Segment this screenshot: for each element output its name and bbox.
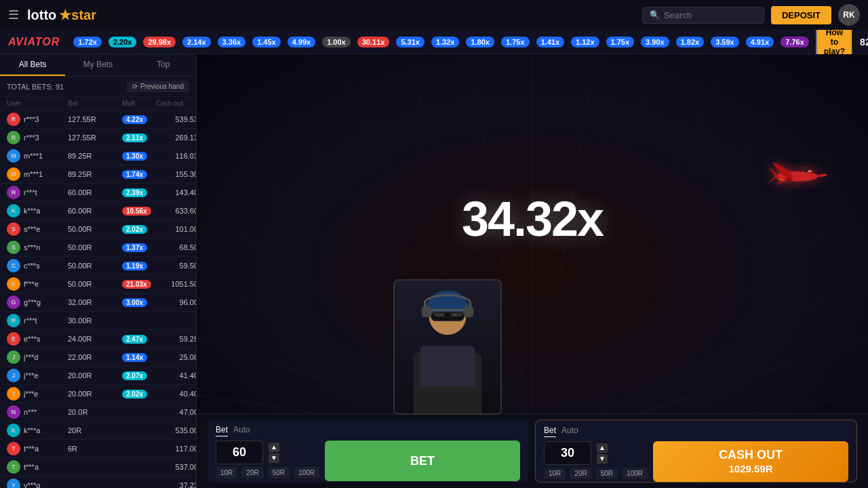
username: t***a (24, 463, 39, 471)
mult-badge-0[interactable]: 1.72x (73, 37, 102, 47)
mult-badge-15[interactable]: 1.75x (606, 37, 635, 47)
panel2-tab-auto[interactable]: Auto (561, 426, 578, 437)
cashout-button[interactable]: CASH OUT 1029.59R (653, 441, 848, 482)
bet-amount-cell: 50.00R (68, 262, 122, 270)
mult-badge-19[interactable]: 4.91x (746, 37, 774, 47)
tab-my-bets[interactable]: My Bets (65, 54, 130, 76)
mult-badge-20[interactable]: 7.76x (781, 37, 809, 47)
history-icon: ⟳ (132, 83, 138, 90)
user-avatar-small: F (7, 277, 20, 291)
user-avatar-small: G (7, 296, 20, 309)
mult-cell: 2.11x (122, 134, 156, 142)
panel1-quick-50[interactable]: 50R (268, 467, 290, 479)
username: c***s (24, 262, 40, 270)
panel2-decrement[interactable]: ▼ (597, 454, 608, 464)
table-row: R r***t 60.00R 2.39x 143.40R (0, 184, 196, 202)
mult-badge-6[interactable]: 4.99x (288, 37, 316, 47)
user-avatar-small: R (7, 113, 20, 126)
tab-all-bets[interactable]: All Bets (0, 54, 65, 76)
hamburger-icon[interactable]: ☰ (8, 7, 19, 22)
top-navigation: ☰ lotto ★star 🔍 DEPOSIT RK (0, 0, 868, 30)
user-cell: J j***e (7, 369, 68, 382)
panel1-increment[interactable]: ▲ (269, 443, 279, 452)
mult-badge-1[interactable]: 2.20x (108, 37, 137, 47)
mult-badge-9[interactable]: 5.31x (396, 37, 425, 47)
mult-badge-5[interactable]: 1.45x (252, 37, 281, 47)
panel1-tab-auto[interactable]: Auto (233, 425, 250, 436)
panel2-increment[interactable]: ▲ (597, 443, 608, 453)
bets-table-header: User Bet Mult Cash out (0, 97, 196, 110)
bet-amount-cell: 20.00R (68, 390, 122, 398)
cashout-amount-label: 1029.59R (728, 463, 772, 475)
user-avatar[interactable]: RK (838, 4, 860, 26)
panel2-bet-row: 30 ▲ ▼ 10R 20R 50R 100R (544, 441, 848, 482)
cashout-cell: 537.00R (156, 463, 196, 471)
mult-cell: 4.22x (122, 115, 156, 123)
bet-amount-cell: 20R (68, 426, 122, 434)
bet-amount-cell: 32.00R (68, 298, 122, 306)
table-row: M m***1 89.25R 1.74x 155.30R (0, 165, 196, 184)
panel1-decrement[interactable]: ▼ (269, 453, 279, 463)
user-cell: Y y***g (7, 479, 68, 488)
mult-cell: 2.07x (122, 371, 156, 380)
mult-badge-14[interactable]: 1.12x (571, 37, 599, 47)
panel1-quick-20[interactable]: 20R (241, 467, 263, 479)
cashout-cell: 155.30R (156, 170, 196, 178)
panel2-quick-20[interactable]: 20R (570, 468, 591, 479)
search-bar[interactable]: 🔍 (642, 7, 764, 24)
cashout-cell: 59.28R (156, 335, 196, 343)
user-avatar-small: S (7, 222, 20, 236)
username: t***a (24, 445, 39, 453)
search-input[interactable] (664, 10, 757, 20)
cashout-cell: 269.13R (156, 134, 196, 142)
mult-badge-10[interactable]: 1.32x (431, 37, 460, 47)
mult-badge-13[interactable]: 1.41x (536, 37, 565, 47)
multiplier-display: 34.32x (462, 191, 603, 247)
panel2-quick-100[interactable]: 100R (622, 468, 648, 479)
panel1-bet-amount[interactable]: 60 (216, 441, 263, 464)
mult-value: 2.47x (122, 335, 147, 344)
mult-badge-17[interactable]: 1.82x (676, 37, 705, 47)
mult-badge-3[interactable]: 2.14x (182, 37, 211, 47)
sunray (532, 54, 533, 447)
username: s***e (24, 225, 40, 233)
panel2-quick-50[interactable]: 50R (596, 468, 618, 479)
username: y***g (24, 481, 40, 488)
mult-cell: 2.39x (122, 188, 156, 197)
mult-badge-2[interactable]: 29.98x (143, 37, 176, 47)
panel1-quick-10[interactable]: 10R (216, 467, 237, 479)
panel2-bet-amount[interactable]: 30 (544, 441, 591, 465)
tab-top[interactable]: Top (131, 54, 196, 76)
panel2-quick-10[interactable]: 10R (544, 468, 566, 479)
user-cell: E e***s (7, 332, 68, 346)
panel1-quick-100[interactable]: 100R (294, 467, 319, 479)
mult-badge-16[interactable]: 3.90x (641, 37, 669, 47)
mult-badge-7[interactable]: 1.00x (322, 37, 351, 47)
table-row: R r***t 30.00R (0, 312, 196, 330)
total-bets: TOTAL BETS: 91 (7, 83, 64, 91)
panel2-tabs: Bet Auto (544, 426, 848, 437)
user-cell: S s***n (7, 241, 68, 254)
panel1-tab-bet[interactable]: Bet (216, 425, 228, 436)
mult-badge-4[interactable]: 3.36x (218, 37, 246, 47)
bet-amount-cell: 50.00R (68, 243, 122, 251)
mult-badge-8[interactable]: 30.11x (357, 37, 390, 47)
bet-button[interactable]: BET (325, 441, 520, 481)
mult-badge-12[interactable]: 1.75x (501, 37, 530, 47)
mult-badge-18[interactable]: 3.59x (711, 37, 739, 47)
game-curve (197, 54, 400, 156)
mult-badge-11[interactable]: 1.80x (466, 37, 494, 47)
table-row: R r***3 127.55R 2.11x 269.13R (0, 129, 196, 147)
table-row: T t***a 537.00R (0, 458, 196, 476)
panel2-tab-bet[interactable]: Bet (544, 426, 556, 437)
table-row: S s***e 50.00R 2.02x 101.00R (0, 220, 196, 239)
deposit-button[interactable]: DEPOSIT (771, 6, 831, 24)
table-row: R r***3 127.55R 4.22x 539.53R (0, 110, 196, 129)
user-avatar-small: T (7, 442, 20, 455)
sunray (532, 83, 719, 447)
cashout-cell: 25.08R (156, 353, 196, 361)
bet-amount-cell: 50.00R (68, 280, 122, 288)
bets-list: R r***3 127.55R 4.22x 539.53R R r***3 12… (0, 110, 196, 488)
prev-hand-button[interactable]: ⟳ Previous hand (127, 81, 189, 92)
table-row: G g***g 32.00R 3.00x 96.00R (0, 293, 196, 312)
